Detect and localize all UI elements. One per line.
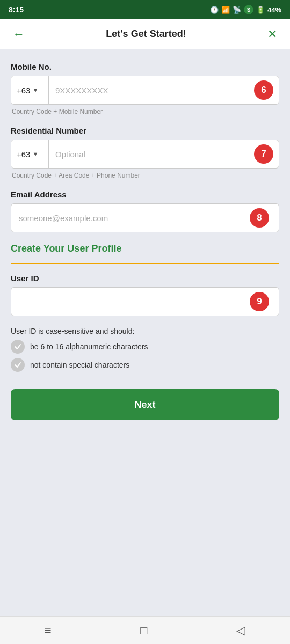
section-title: Create Your User Profile: [11, 243, 279, 258]
mobile-country-code: +63: [17, 86, 30, 95]
email-input[interactable]: [11, 204, 250, 232]
mobile-step-badge: 6: [254, 80, 273, 100]
nav-menu-icon[interactable]: ≡: [45, 624, 52, 638]
email-step-badge: 8: [250, 208, 269, 228]
residential-country-select[interactable]: +63 ▼: [11, 140, 49, 168]
alarm-icon: 🕐: [210, 6, 219, 14]
residential-country-chevron: ▼: [32, 151, 38, 157]
mobile-hint: Country Code + Mobile Number: [11, 108, 279, 115]
mobile-no-group: Mobile No. +63 ▼ 6 Country Code + Mobile…: [11, 62, 279, 115]
page-title: Let's Get Started!: [106, 28, 186, 40]
check-icon-1: [14, 343, 21, 350]
residential-country-code: +63: [17, 150, 30, 159]
status-time: 8:15: [9, 5, 24, 14]
nav-back-icon[interactable]: ◁: [236, 624, 245, 638]
battery-icon: 🔋: [256, 6, 265, 14]
mobile-country-chevron: ▼: [32, 87, 38, 93]
nav-home-icon[interactable]: □: [140, 624, 147, 638]
rule-item-2: not contain special characters: [11, 358, 279, 372]
dollar-icon: $: [244, 5, 253, 14]
header: ← Let's Get Started! ✕: [0, 19, 290, 49]
next-button[interactable]: Next: [11, 389, 279, 420]
email-label: Email Address: [11, 190, 279, 199]
rule-text-1: be 6 to 16 alphanumeric characters: [30, 342, 148, 351]
residential-no-group: Residential Number +63 ▼ 7 Country Code …: [11, 126, 279, 179]
residential-step-badge: 7: [254, 144, 273, 164]
mobile-no-input-row: +63 ▼ 6: [11, 76, 279, 105]
residential-number-input[interactable]: [49, 140, 254, 168]
back-button[interactable]: ←: [9, 25, 29, 43]
check-icon-2: [14, 361, 21, 369]
rule-check-2: [11, 358, 25, 372]
section-header: Create Your User Profile: [11, 243, 279, 264]
email-input-row: 8: [11, 203, 279, 232]
residential-no-input-row: +63 ▼ 7: [11, 140, 279, 169]
user-id-group: User ID 9: [11, 274, 279, 316]
rules-section: User ID is case-sensitive and should: be…: [11, 327, 279, 372]
user-id-label: User ID: [11, 274, 279, 283]
mobile-no-label: Mobile No.: [11, 62, 279, 71]
residential-hint: Country Code + Area Code + Phone Number: [11, 172, 279, 179]
user-id-input-row: 9: [11, 287, 279, 316]
user-id-input[interactable]: [11, 288, 250, 316]
user-id-step-badge: 9: [250, 292, 269, 311]
section-divider: [11, 263, 279, 264]
signal-icon: 📡: [233, 6, 241, 14]
status-icons: 🕐 📶 📡 $ 🔋 44%: [210, 5, 281, 14]
rule-item-1: be 6 to 16 alphanumeric characters: [11, 340, 279, 354]
rule-check-1: [11, 340, 25, 354]
residential-no-label: Residential Number: [11, 126, 279, 135]
wifi-icon: 📶: [221, 6, 230, 14]
close-button[interactable]: ✕: [263, 25, 281, 43]
battery-percent: 44%: [267, 6, 281, 14]
mobile-number-input[interactable]: [49, 76, 254, 104]
email-group: Email Address 8: [11, 190, 279, 232]
mobile-country-select[interactable]: +63 ▼: [11, 76, 49, 104]
rule-text-2: not contain special characters: [30, 361, 129, 369]
content: Mobile No. +63 ▼ 6 Country Code + Mobile…: [0, 49, 290, 616]
status-bar: 8:15 🕐 📶 📡 $ 🔋 44%: [0, 0, 290, 19]
rules-label: User ID is case-sensitive and should:: [11, 327, 279, 335]
bottom-nav: ≡ □ ◁: [0, 616, 290, 644]
